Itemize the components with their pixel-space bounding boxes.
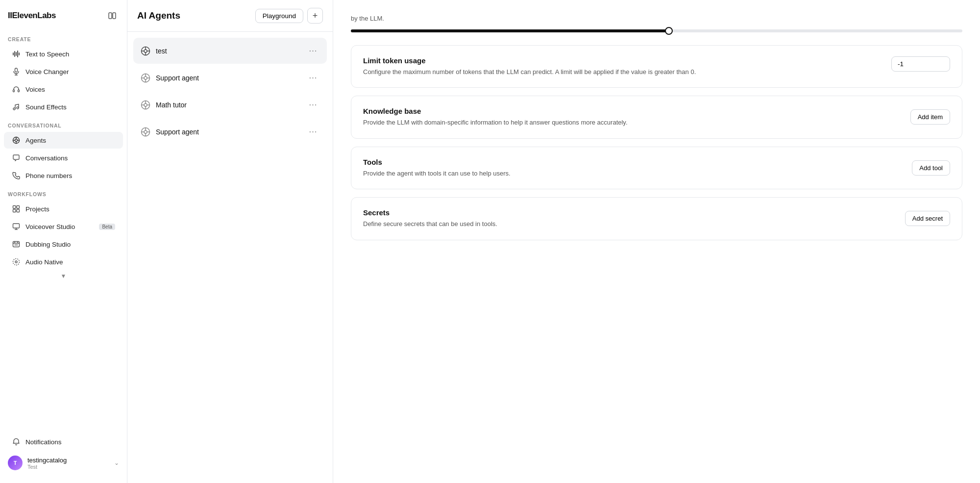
add-item-button[interactable]: Add item	[910, 109, 950, 125]
user-role: Test	[27, 464, 67, 470]
sidebar-item-sound-effects[interactable]: Sound Effects	[4, 99, 123, 115]
tools-info: Tools Provide the agent with tools it ca…	[363, 158, 902, 178]
svg-rect-21	[13, 242, 20, 247]
tools-card: Tools Provide the agent with tools it ca…	[351, 147, 962, 190]
knowledge-base-desc: Provide the LLM with domain-specific inf…	[363, 118, 901, 127]
waveform-icon	[12, 50, 21, 58]
secrets-info: Secrets Define secure secrets that can b…	[363, 208, 895, 229]
svg-rect-10	[13, 90, 15, 92]
svg-point-23	[15, 261, 17, 263]
secrets-title: Secrets	[363, 208, 895, 217]
limit-token-desc: Configure the maximum number of tokens t…	[363, 67, 882, 77]
knowledge-base-row: Knowledge base Provide the LLM with doma…	[363, 107, 950, 127]
sidebar-item-conversations[interactable]: Conversations	[4, 150, 123, 166]
agent-menu-test[interactable]: ⋯	[306, 45, 320, 57]
show-more-icon[interactable]: ▼	[61, 273, 67, 280]
agent-circle-icon-4	[140, 127, 151, 137]
agent-name-support-1: Support agent	[156, 74, 301, 82]
section-workflows-label: WORKFLOWS	[0, 184, 127, 200]
svg-point-25	[144, 50, 147, 52]
sidebar-item-audio-native-label: Audio Native	[25, 258, 115, 266]
agent-menu-math-tutor[interactable]: ⋯	[306, 99, 320, 111]
sidebar-item-voiceover-studio[interactable]: Voiceover Studio Beta	[4, 218, 123, 235]
limit-token-row: Limit token usage Configure the maximum …	[363, 56, 950, 77]
agent-name-test: test	[156, 47, 301, 55]
agent-item-test[interactable]: test ⋯	[133, 38, 327, 64]
sidebar: IIElevenLabs CREATE Text to Speech Voice…	[0, 0, 127, 483]
section-conversational-label: CONVERSATIONAL	[0, 116, 127, 131]
playground-button[interactable]: Playground	[255, 9, 303, 23]
main-content: by the LLM. Limit token usage Configure …	[333, 0, 980, 483]
sidebar-item-notifications-label: Notifications	[25, 438, 115, 446]
svg-point-13	[17, 107, 19, 109]
sidebar-item-voices-label: Voices	[25, 86, 115, 93]
limit-token-title: Limit token usage	[363, 56, 882, 65]
agent-name-math-tutor: Math tutor	[156, 101, 301, 109]
chat-icon	[12, 153, 21, 162]
svg-rect-17	[17, 206, 20, 209]
secrets-card: Secrets Define secure secrets that can b…	[351, 197, 962, 240]
phone-icon	[12, 171, 21, 180]
svg-rect-5	[17, 51, 18, 57]
sidebar-bottom: Notifications T testingcatalog Test ⌄	[0, 425, 127, 475]
llm-slider-section: by the LLM.	[351, 14, 962, 37]
svg-rect-4	[16, 52, 17, 56]
audio-icon	[12, 257, 21, 266]
slider-thumb[interactable]	[665, 27, 673, 35]
sidebar-item-voice-changer-label: Voice Changer	[25, 68, 115, 76]
sidebar-item-text-to-speech[interactable]: Text to Speech	[4, 46, 123, 62]
svg-rect-7	[15, 68, 18, 72]
agent-menu-support-2[interactable]: ⋯	[306, 126, 320, 138]
agents-icon	[12, 136, 21, 145]
sidebar-item-voice-changer[interactable]: Voice Changer	[4, 63, 123, 80]
svg-point-15	[15, 139, 18, 142]
add-agent-button[interactable]: +	[307, 8, 323, 24]
slider-fill	[351, 29, 669, 32]
sidebar-item-projects-label: Projects	[25, 205, 115, 213]
tools-desc: Provide the agent with tools it can use …	[363, 169, 902, 178]
knowledge-base-title: Knowledge base	[363, 107, 901, 115]
svg-point-27	[144, 76, 147, 79]
sidebar-item-agents[interactable]: Agents	[4, 132, 123, 149]
sidebar-header: IIElevenLabs	[0, 0, 127, 29]
add-tool-button[interactable]: Add tool	[912, 160, 950, 176]
agent-circle-icon-3	[140, 100, 151, 110]
bell-icon	[12, 437, 21, 446]
section-create-label: CREATE	[0, 29, 127, 45]
agent-circle-icon-2	[140, 73, 151, 83]
sidebar-item-voices[interactable]: Voices	[4, 81, 123, 98]
agent-item-math-tutor[interactable]: Math tutor ⋯	[133, 92, 327, 118]
limit-token-info: Limit token usage Configure the maximum …	[363, 56, 882, 77]
svg-rect-2	[13, 52, 14, 55]
sidebar-item-phone-numbers[interactable]: Phone numbers	[4, 167, 123, 184]
agent-menu-support-1[interactable]: ⋯	[306, 72, 320, 84]
agent-item-support-2[interactable]: Support agent ⋯	[133, 119, 327, 145]
agent-name-support-2: Support agent	[156, 128, 301, 136]
sidebar-toggle-icon[interactable]	[105, 9, 119, 23]
sidebar-item-voiceover-studio-label: Voiceover Studio	[25, 223, 94, 230]
llm-desc-text: by the LLM.	[351, 14, 962, 24]
svg-point-12	[13, 108, 15, 110]
agent-panel-actions: Playground +	[255, 8, 323, 24]
sidebar-item-notifications[interactable]: Notifications	[4, 433, 123, 450]
svg-rect-3	[14, 51, 15, 57]
agent-item-support-1[interactable]: Support agent ⋯	[133, 65, 327, 91]
sidebar-item-audio-native[interactable]: Audio Native	[4, 254, 123, 270]
add-secret-button[interactable]: Add secret	[905, 211, 950, 226]
svg-rect-18	[13, 209, 16, 212]
svg-rect-1	[113, 13, 116, 19]
slider-track[interactable]	[351, 29, 962, 32]
svg-rect-6	[19, 52, 20, 55]
sidebar-item-conversations-label: Conversations	[25, 154, 115, 162]
svg-rect-16	[13, 206, 16, 209]
knowledge-base-card: Knowledge base Provide the LLM with doma…	[351, 96, 962, 139]
svg-point-31	[144, 130, 147, 133]
limit-token-input[interactable]	[891, 56, 950, 72]
svg-rect-11	[18, 90, 20, 92]
sidebar-item-phone-numbers-label: Phone numbers	[25, 172, 115, 179]
sidebar-item-agents-label: Agents	[25, 137, 115, 144]
sidebar-item-dubbing-studio[interactable]: Dubbing Studio	[4, 236, 123, 253]
sidebar-user[interactable]: T testingcatalog Test ⌄	[0, 451, 127, 475]
sidebar-item-projects[interactable]: Projects	[4, 201, 123, 217]
beta-badge: Beta	[99, 224, 115, 230]
